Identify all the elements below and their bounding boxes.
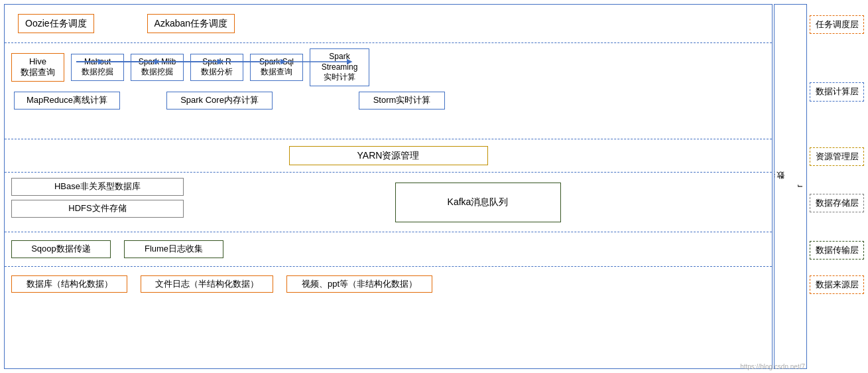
log-source-box: 文件日志（半结构化数据） [141,275,273,293]
data-storage-row: HBase非关系型数据库 HDFS文件存储 Kafka消息队列 [5,173,772,232]
main-container: Oozie任务调度 Azkaban任务调度 Hive数据查询 [0,0,868,373]
data-computation-row: Hive数据查询 [5,43,772,139]
label-wrapper-transmission: 数据传输层 [808,233,865,267]
zookeeper-label: Zookeeper数据平台配置和调度 [774,184,807,188]
diagram-area: Oozie任务调度 Azkaban任务调度 Hive数据查询 [0,0,773,373]
resource-management-label: 资源管理层 [810,147,864,166]
zookeeper-column: Zookeeper数据平台配置和调度 [774,0,807,373]
outer-border: Oozie任务调度 Azkaban任务调度 Hive数据查询 [4,4,773,369]
data-transmission-row: Sqoop数据传递 Flume日志收集 [5,232,772,267]
sqoop-box: Sqoop数据传递 [11,240,111,258]
computation-bottom: MapReduce离线计算 Spark Core内存计算 Storm实时计算 [11,92,765,110]
kafka-storage-box: Kafka消息队列 [395,183,561,222]
label-wrapper-task: 任务调度层 [808,5,865,44]
flume-box: Flume日志收集 [124,240,223,258]
resource-management-row: YARN资源管理 [5,139,772,173]
label-wrapper-resource: 资源管理层 [808,140,865,173]
database-source-box: 数据库（结构化数据） [11,275,127,293]
layer-labels: 任务调度层 数据计算层 资源管理层 数据存储层 数据传输层 数据来源层 [808,0,868,373]
label-wrapper-sources: 数据来源层 [808,267,865,302]
spark-core-box: Spark Core内存计算 [166,92,273,110]
hdfs-box: HDFS文件存储 [11,200,184,218]
oozie-box: Oozie任务调度 [18,14,94,33]
azkaban-box: Azkaban任务调度 [147,14,235,33]
arrows-svg [25,45,422,82]
video-source-box: 视频、ppt等（非结构化数据） [286,275,432,293]
task-scheduling-row: Oozie任务调度 Azkaban任务调度 [5,5,772,43]
label-wrapper-computation: 数据计算层 [808,44,865,140]
data-sources-row: 数据库（结构化数据） 文件日志（半结构化数据） 视频、ppt等（非结构化数据） [5,267,772,301]
inner-diagram: Oozie任务调度 Azkaban任务调度 Hive数据查询 [5,5,772,368]
hbase-box: HBase非关系型数据库 [11,178,184,196]
storm-box: Storm实时计算 [359,92,445,110]
watermark: https://blog.csdn.net/7 [740,363,805,370]
yarn-box: YARN资源管理 [289,146,488,165]
computation-top: Hive数据查询 [11,48,765,86]
label-wrapper-storage: 数据存储层 [808,173,865,233]
mapreduce-box: MapReduce离线计算 [14,92,120,110]
storage-right: Kafka消息队列 [190,178,765,226]
data-storage-label: 数据存储层 [810,194,864,212]
data-computation-label: 数据计算层 [810,82,864,101]
zookeeper-bar: Zookeeper数据平台配置和调度 [774,4,807,369]
data-sources-label: 数据来源层 [810,275,864,294]
task-scheduling-label: 任务调度层 [810,15,864,34]
arrows-group: Mahout数据挖掘 Spark Mlib数据挖掘 Spark R数据分析 Sp… [71,48,369,86]
storage-left: HBase非关系型数据库 HDFS文件存储 [11,178,184,226]
data-transmission-label: 数据传输层 [810,241,864,260]
